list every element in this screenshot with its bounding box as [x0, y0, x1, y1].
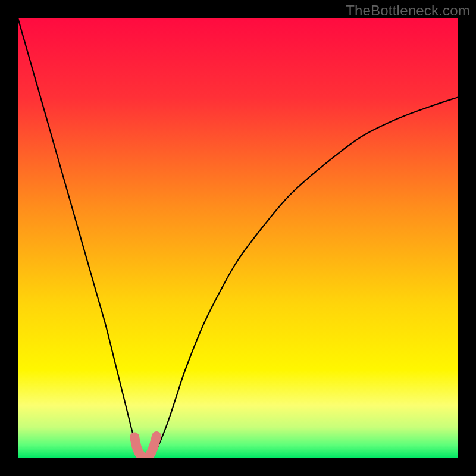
chart-plot-area [18, 18, 458, 458]
watermark-text: TheBottleneck.com [346, 2, 470, 19]
bottleneck-curve-chart [0, 0, 476, 476]
chart-frame: TheBottleneck.com [0, 0, 476, 476]
